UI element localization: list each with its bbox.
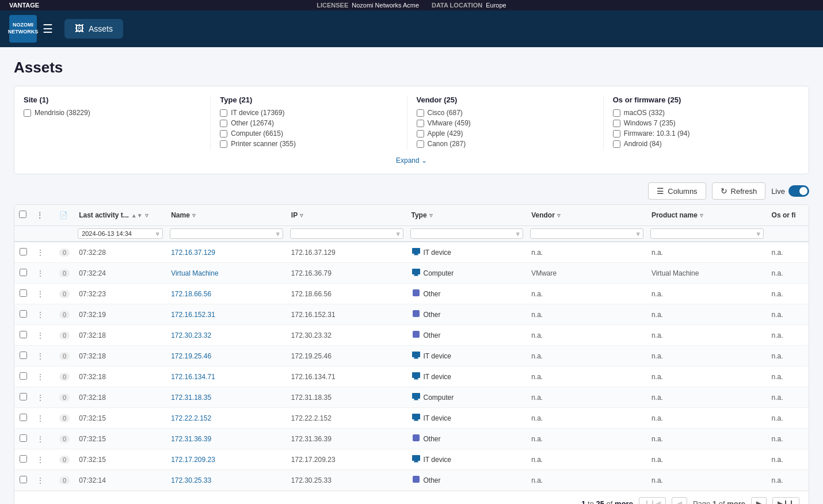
filter-vendor-item-3[interactable]: Canon (287) [417,140,594,148]
filter-vendor-item-1[interactable]: VMware (459) [417,119,594,127]
col-header-product[interactable]: Product name ▿ [647,205,767,226]
filter-vendor-item-0[interactable]: Cisco (687) [417,109,594,117]
asset-name-link[interactable]: 172.22.2.152 [171,414,211,422]
filter-os-item-3[interactable]: Android (84) [613,140,790,148]
select-all-checkbox[interactable] [19,211,26,218]
filter-icon-date[interactable]: ▿ [156,231,159,237]
asset-name-link[interactable]: 172.16.134.71 [171,373,215,381]
hamburger-menu-icon[interactable]: ☰ [43,22,53,36]
columns-button[interactable]: ☰ Columns [648,182,706,200]
expand-button[interactable]: Expand ⌄ [396,156,427,165]
type-text: IT device [424,456,451,464]
sort-icons[interactable]: ▲▼ [131,212,143,219]
asset-name-link[interactable]: 172.31.18.35 [171,394,211,402]
col-header-last-activity[interactable]: Last activity t... ▲▼ ▿ [74,205,166,226]
pagination-last-button[interactable]: ▶❙❙ [772,497,799,504]
filter-vendor-checkbox-0[interactable] [417,109,424,117]
filter-os-item-2[interactable]: Firmware: 10.3.1 (94) [613,129,790,138]
row-dots-menu[interactable]: ⋮ [36,331,45,340]
col-header-vendor[interactable]: Vendor ▿ [527,205,647,226]
filter-type-item-0[interactable]: IT device (17369) [220,109,397,117]
refresh-button[interactable]: ↻ Refresh [712,182,766,200]
filter-site-checkbox-0[interactable] [24,109,31,117]
pagination-first-button[interactable]: ❙❙◀ [639,497,666,504]
filter-vendor-item-2[interactable]: Apple (429) [417,129,594,138]
row-checkbox[interactable] [20,414,27,421]
filter-input-date[interactable] [82,230,154,237]
filter-input-vendor[interactable] [534,230,634,237]
row-checkbox[interactable] [20,372,27,380]
row-checkbox[interactable] [20,289,27,297]
asset-name-link[interactable]: Virtual Machine [171,269,219,277]
filter-os-checkbox-1[interactable] [613,120,620,127]
row-dots-menu[interactable]: ⋮ [36,455,45,464]
filter-icon-product[interactable]: ▿ [700,212,703,219]
filter-input-ip[interactable] [294,230,394,237]
filter-vendor-checkbox-3[interactable] [417,140,424,148]
row-dots-menu[interactable]: ⋮ [36,476,45,485]
asset-name-link[interactable]: 172.30.25.33 [171,476,211,484]
filter-type-checkbox-0[interactable] [220,109,227,117]
filter-type-checkbox-2[interactable] [220,130,227,138]
asset-name-link[interactable]: 172.17.209.23 [171,456,215,464]
col-header-ip[interactable]: IP ▿ [287,205,407,226]
row-dots-menu[interactable]: ⋮ [36,393,45,402]
row-dots-menu[interactable]: ⋮ [36,248,45,257]
filter-type-item-3[interactable]: Printer scanner (355) [220,140,397,148]
filter-type-checkbox-3[interactable] [220,140,227,148]
filter-os-checkbox-2[interactable] [613,130,620,138]
col-header-name[interactable]: Name ▿ [166,205,287,226]
filter-site-item-0[interactable]: Mendrisio (38229) [24,109,201,117]
filter-icon-vendor[interactable]: ▿ [557,212,561,219]
filter-icon-vendor-input[interactable]: ▿ [637,231,639,237]
row-checkbox[interactable] [20,393,27,400]
row-dots-menu[interactable]: ⋮ [36,414,45,423]
filter-os-item-0[interactable]: macOS (332) [613,109,790,117]
filter-os-checkbox-3[interactable] [613,140,620,148]
asset-name-link[interactable]: 172.18.66.56 [171,290,211,298]
filter-os-checkbox-0[interactable] [613,109,620,117]
col-header-type[interactable]: Type ▿ [407,205,527,226]
row-checkbox[interactable] [20,331,27,338]
row-checkbox[interactable] [20,310,27,318]
row-dots-menu[interactable]: ⋮ [36,434,45,444]
row-checkbox[interactable] [20,476,27,483]
asset-name-link[interactable]: 172.30.23.32 [171,331,211,339]
filter-vendor-checkbox-2[interactable] [417,130,424,138]
filter-type-item-1[interactable]: Other (12674) [220,119,397,127]
row-checkbox[interactable] [20,352,27,359]
row-dots-menu[interactable]: ⋮ [36,352,45,361]
filter-input-name[interactable] [174,230,274,237]
pagination-prev-button[interactable]: ◀ [672,497,687,504]
filter-icon-type-input[interactable]: ▿ [516,231,519,237]
live-toggle-switch[interactable] [788,185,809,197]
filter-input-product[interactable] [654,230,755,237]
asset-name-link[interactable]: 172.16.152.31 [171,311,215,319]
row-dots-menu[interactable]: ⋮ [36,372,45,381]
filter-icon-ip-input[interactable]: ▿ [397,231,399,237]
filter-icon-name-input[interactable]: ▿ [276,231,279,237]
filter-type-item-2[interactable]: Computer (6615) [220,129,397,138]
filter-input-type[interactable] [414,230,515,237]
asset-name-link[interactable]: 172.19.25.46 [171,352,211,360]
row-checkbox[interactable] [20,248,27,255]
filter-icon-name[interactable]: ▿ [192,212,196,219]
select-all-header[interactable] [14,205,32,226]
row-checkbox[interactable] [20,455,27,463]
assets-nav-tab[interactable]: 🖼 Assets [64,19,123,39]
row-dots-menu[interactable]: ⋮ [36,269,45,278]
row-checkbox[interactable] [20,434,27,442]
filter-icon-product-input[interactable]: ▿ [757,231,760,237]
filter-icon-last-activity[interactable]: ▿ [145,212,148,219]
filter-icon-ip[interactable]: ▿ [300,212,303,219]
filter-os-item-1[interactable]: Windows 7 (235) [613,119,790,127]
pagination-next-button[interactable]: ▶ [751,497,767,504]
filter-vendor-checkbox-1[interactable] [417,120,424,127]
filter-icon-type[interactable]: ▿ [429,212,433,219]
row-dots-menu[interactable]: ⋮ [36,310,45,319]
row-dots-menu[interactable]: ⋮ [36,289,45,299]
filter-type-checkbox-1[interactable] [220,120,227,127]
asset-name-link[interactable]: 172.16.37.129 [171,249,215,257]
asset-name-link[interactable]: 172.31.36.39 [171,435,211,443]
row-checkbox[interactable] [20,269,27,276]
